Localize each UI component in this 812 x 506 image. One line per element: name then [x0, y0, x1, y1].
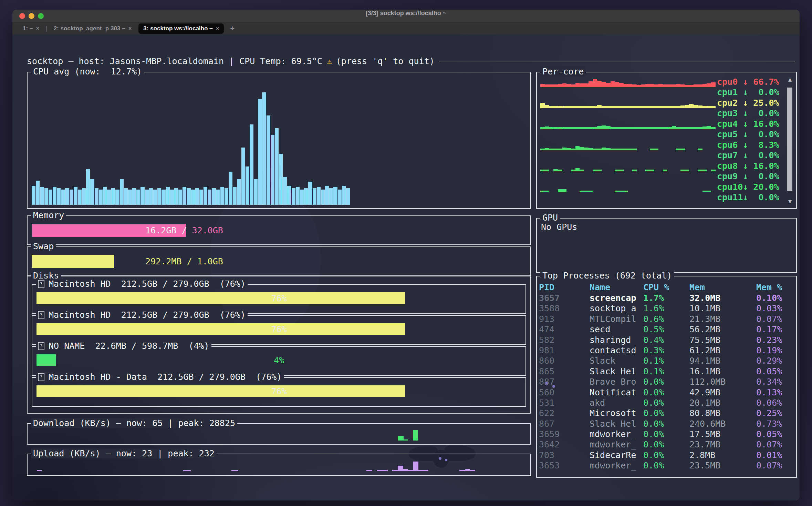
sparkline-bar	[580, 83, 584, 87]
sparkline-bar	[672, 126, 676, 129]
process-memory: 23.5MB	[689, 461, 756, 471]
process-row: 981contactsd0.3%61.2MB0.19%	[539, 345, 794, 356]
tab-2[interactable]: 2: socktop_agent -p 303 ~ ×	[50, 24, 135, 33]
network-rate-bar	[398, 436, 404, 441]
cpu-usage-bar	[275, 128, 279, 205]
sparkline-bar	[658, 84, 663, 87]
cpu-usage-bar	[78, 190, 82, 205]
scroll-down-icon[interactable]: ▼	[787, 198, 793, 205]
tab-3-active[interactable]: 3: socktop ws://localho ~ ×	[138, 23, 224, 34]
per-core-sparkline	[540, 150, 717, 161]
process-name: akd	[590, 398, 643, 408]
sparkline-bar	[549, 127, 553, 129]
scrollbar-thumb[interactable]	[787, 88, 792, 191]
cpu-usage-bar	[346, 188, 350, 205]
disk-box: ?Macintosh HD - Data 212.5GB / 279.0GB (…	[32, 377, 526, 407]
process-pid: 560	[539, 387, 590, 398]
sparkline-bar	[566, 148, 571, 150]
process-memory: 17.5MB	[689, 429, 756, 439]
process-pid: 865	[539, 366, 590, 377]
process-pid: 3588	[539, 303, 590, 314]
scroll-up-icon[interactable]: ▲	[787, 76, 793, 83]
process-memory-percent: 0.07%	[756, 439, 794, 450]
process-cpu-percent: 0.3%	[643, 345, 689, 356]
per-core-sparkline	[540, 98, 717, 108]
cpu-usage-bar	[174, 188, 178, 205]
sparkline-bar	[545, 148, 549, 150]
cpu-usage-bar	[329, 188, 333, 205]
process-memory: 20.1MB	[689, 398, 756, 408]
cpu-usage-bar	[296, 187, 300, 205]
process-row: 3657screencap1.7%32.0MB0.10%	[539, 293, 794, 303]
cpu-usage-bar	[103, 187, 107, 205]
per-core-label: cpu8 ↓ 16.0%	[717, 161, 785, 171]
sparkline-bar	[558, 106, 562, 108]
per-core-scrollbar[interactable]: ▲ ▼	[787, 76, 793, 205]
process-pid: 3657	[539, 293, 590, 303]
process-name: Notificat	[590, 387, 643, 398]
disk-percent: 76%	[271, 293, 287, 303]
process-memory-percent: 0.73%	[756, 419, 794, 429]
cpu-usage-bar	[262, 92, 266, 205]
disk-gauge-label: 4%	[37, 354, 521, 366]
window-titlebar[interactable]: [3/3] socktop ws://localho ~	[12, 10, 800, 22]
per-core-row: cpu9 ↓ 0.0%	[540, 171, 785, 182]
process-pid: 582	[539, 335, 590, 345]
process-table-header: PIDNameCPU %MemMem %	[539, 282, 794, 293]
missing-glyph-icon: ?	[38, 342, 44, 350]
process-memory-percent: 0.07%	[756, 461, 794, 471]
process-memory-percent: 0.34%	[756, 377, 794, 387]
process-pid: 913	[539, 314, 590, 324]
cpu-usage-bar	[246, 166, 249, 205]
cpu-usage-bar	[191, 190, 195, 205]
cpu-usage-bar	[279, 154, 283, 205]
gpu-panel-title: GPU	[540, 213, 560, 223]
sparkline-bar	[540, 127, 545, 129]
sparkline-bar	[694, 84, 698, 87]
process-row: 3659mdworker_0.0%17.5MB0.05%	[539, 429, 794, 439]
tab-2-close-icon[interactable]: ×	[128, 26, 132, 32]
sparkline-bar	[628, 84, 632, 87]
disk-gauge: 76%	[37, 385, 521, 397]
sparkline-bar	[707, 126, 711, 129]
per-core-label: cpu3 ↓ 0.0%	[717, 108, 785, 119]
per-core-list: cpu0 ↓ 66.7%cpu1 ↓ 0.0%cpu2 ↓ 25.0%cpu3 …	[540, 77, 785, 203]
per-core-sparkline	[540, 140, 717, 150]
process-memory: 42.9MB	[689, 387, 756, 398]
memory-gauge: 16.2GB / 32.0GB	[32, 224, 337, 237]
network-rate-bar	[37, 470, 42, 471]
process-name: MTLCompil	[590, 314, 643, 324]
cpu-usage-bar	[325, 186, 329, 205]
process-row: 865Slack Hel0.1%16.1MB0.05%	[539, 366, 794, 377]
cpu-usage-bar	[233, 187, 237, 205]
process-cpu-percent: 0.0%	[643, 450, 689, 461]
new-tab-button[interactable]: +	[227, 24, 237, 33]
tab-1[interactable]: 1: ~ ×	[19, 24, 43, 33]
process-row: 913MTLCompil0.6%21.3MB0.07%	[539, 314, 794, 324]
sparkline-bar	[672, 84, 676, 87]
per-core-label: cpu1 ↓ 0.0%	[717, 87, 785, 98]
per-core-row: cpu8 ↓ 16.0%	[540, 161, 785, 171]
disk-gauge-label: 76%	[37, 385, 521, 397]
process-memory-percent: 0.03%	[756, 303, 794, 314]
network-rate-bar	[413, 462, 418, 471]
tab-3-close-icon[interactable]: ×	[216, 26, 219, 32]
process-cpu-percent: 0.0%	[643, 398, 689, 408]
cpu-usage-bar	[124, 188, 128, 205]
disk-usage-text: NO NAME 22.6MB / 598.7MB (4%)	[49, 341, 209, 351]
per-core-sparkline	[540, 87, 717, 98]
sparkline-bar	[597, 126, 602, 129]
cpu-usage-bar	[195, 188, 199, 205]
sparkline-bar	[545, 105, 549, 108]
disk-usage-text: Macintosh HD - Data 212.5GB / 279.0GB (7…	[49, 372, 282, 382]
sparkline-bar	[571, 84, 575, 87]
tab-1-close-icon[interactable]: ×	[36, 26, 39, 32]
memory-panel: Memory 16.2GB / 32.0GB	[27, 215, 531, 245]
sparkline-bar	[707, 83, 711, 87]
sparkline-bar	[641, 84, 646, 87]
process-cpu-percent: 0.0%	[643, 419, 689, 429]
process-pid: 867	[539, 419, 590, 429]
cpu-usage-bar	[304, 188, 308, 205]
sparkline-bar	[619, 83, 624, 87]
process-row: 560Notificat0.0%42.9MB0.13%	[539, 387, 794, 398]
